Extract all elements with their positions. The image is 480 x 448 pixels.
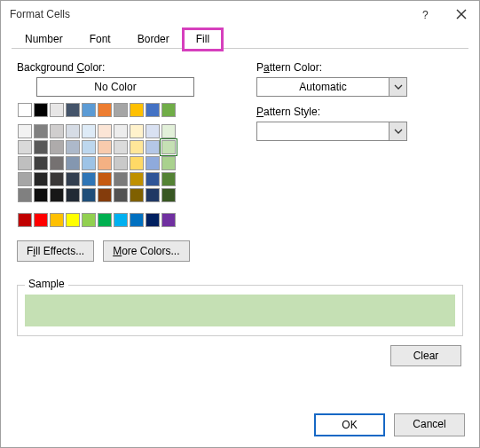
color-swatch[interactable] bbox=[34, 156, 48, 170]
color-swatch[interactable] bbox=[98, 124, 112, 138]
pattern-color-label: Pattern Color: bbox=[256, 61, 463, 74]
color-swatch[interactable] bbox=[34, 124, 48, 138]
color-swatch[interactable] bbox=[18, 172, 32, 186]
color-swatch[interactable] bbox=[18, 213, 32, 227]
color-swatch[interactable] bbox=[161, 213, 176, 227]
color-swatch[interactable] bbox=[66, 156, 80, 170]
tab-font[interactable]: Font bbox=[76, 28, 124, 49]
ok-button[interactable]: OK bbox=[314, 413, 385, 436]
no-color-button[interactable]: No Color bbox=[36, 77, 194, 97]
color-swatch[interactable] bbox=[130, 103, 144, 117]
color-swatch[interactable] bbox=[146, 124, 160, 138]
color-swatch[interactable] bbox=[161, 172, 176, 186]
color-swatch[interactable] bbox=[161, 156, 176, 170]
color-swatch[interactable] bbox=[66, 103, 80, 117]
color-swatch[interactable] bbox=[130, 213, 144, 227]
theme-color-row bbox=[17, 102, 177, 118]
color-swatch[interactable] bbox=[34, 188, 48, 202]
color-swatch[interactable] bbox=[161, 140, 176, 154]
color-swatch[interactable] bbox=[114, 172, 128, 186]
color-swatch[interactable] bbox=[114, 156, 128, 170]
svg-text:?: ? bbox=[422, 9, 429, 20]
chevron-down-icon bbox=[389, 122, 406, 140]
tab-number[interactable]: Number bbox=[12, 28, 76, 49]
color-swatch[interactable] bbox=[98, 156, 112, 170]
color-swatch[interactable] bbox=[130, 124, 144, 138]
color-swatch[interactable] bbox=[66, 213, 80, 227]
color-swatch[interactable] bbox=[66, 124, 80, 138]
color-swatch[interactable] bbox=[146, 140, 160, 154]
chevron-down-icon bbox=[389, 78, 406, 96]
color-swatch[interactable] bbox=[130, 172, 144, 186]
color-swatch[interactable] bbox=[98, 188, 112, 202]
background-color-label: Background Color: bbox=[17, 61, 221, 74]
color-swatch[interactable] bbox=[34, 103, 48, 117]
color-swatch[interactable] bbox=[98, 213, 112, 227]
color-swatch[interactable] bbox=[18, 124, 32, 138]
sample-swatch bbox=[25, 295, 455, 326]
color-swatch[interactable] bbox=[66, 188, 80, 202]
color-swatch[interactable] bbox=[18, 103, 32, 117]
color-swatch[interactable] bbox=[146, 156, 160, 170]
color-swatch[interactable] bbox=[50, 124, 64, 138]
dialog-title: Format Cells bbox=[10, 8, 408, 20]
pattern-style-dropdown[interactable] bbox=[256, 122, 407, 141]
color-swatch[interactable] bbox=[146, 103, 160, 117]
color-swatch[interactable] bbox=[98, 172, 112, 186]
color-swatch[interactable] bbox=[114, 124, 128, 138]
color-swatch[interactable] bbox=[161, 103, 176, 117]
color-swatch[interactable] bbox=[146, 172, 160, 186]
pattern-style-label: Pattern Style: bbox=[256, 106, 463, 118]
color-swatch[interactable] bbox=[98, 103, 112, 117]
dialog-footer: OK Cancel bbox=[314, 413, 465, 436]
pattern-color-dropdown[interactable]: Automatic bbox=[256, 77, 407, 97]
color-swatch[interactable] bbox=[50, 188, 64, 202]
color-swatch[interactable] bbox=[66, 140, 80, 154]
pattern-style-value bbox=[257, 122, 389, 140]
color-swatch[interactable] bbox=[50, 213, 64, 227]
color-swatch[interactable] bbox=[130, 156, 144, 170]
clear-button[interactable]: Clear bbox=[390, 345, 461, 366]
color-swatch[interactable] bbox=[34, 172, 48, 186]
color-swatch[interactable] bbox=[82, 103, 96, 117]
color-swatch[interactable] bbox=[18, 140, 32, 154]
color-swatch[interactable] bbox=[114, 140, 128, 154]
more-colors-button[interactable]: More Colors... bbox=[103, 240, 189, 262]
fill-effects-button[interactable]: Fill Effects... bbox=[17, 240, 94, 262]
color-swatch[interactable] bbox=[114, 103, 128, 117]
titlebar: Format Cells ? bbox=[1, 1, 479, 28]
pattern-color-value: Automatic bbox=[257, 78, 389, 96]
color-swatch[interactable] bbox=[50, 140, 64, 154]
color-swatch[interactable] bbox=[18, 188, 32, 202]
color-swatch[interactable] bbox=[161, 124, 176, 138]
color-swatch[interactable] bbox=[18, 156, 32, 170]
color-swatch[interactable] bbox=[82, 140, 96, 154]
dialog-body: Background Color: No Color Fill Effects.… bbox=[1, 49, 479, 375]
color-swatch[interactable] bbox=[82, 124, 96, 138]
color-swatch[interactable] bbox=[34, 140, 48, 154]
color-swatch[interactable] bbox=[82, 213, 96, 227]
close-icon[interactable] bbox=[444, 1, 479, 28]
color-swatch[interactable] bbox=[82, 172, 96, 186]
color-swatch[interactable] bbox=[50, 156, 64, 170]
color-swatch[interactable] bbox=[114, 188, 128, 202]
color-swatch[interactable] bbox=[161, 188, 176, 202]
color-swatch[interactable] bbox=[82, 156, 96, 170]
theme-color-grid bbox=[17, 123, 177, 203]
color-swatch[interactable] bbox=[130, 140, 144, 154]
color-swatch[interactable] bbox=[34, 213, 48, 227]
color-swatch[interactable] bbox=[114, 213, 128, 227]
color-swatch[interactable] bbox=[50, 172, 64, 186]
color-swatch[interactable] bbox=[50, 103, 64, 117]
color-swatch[interactable] bbox=[146, 213, 160, 227]
color-swatch[interactable] bbox=[66, 172, 80, 186]
tab-border[interactable]: Border bbox=[124, 28, 183, 49]
cancel-button[interactable]: Cancel bbox=[394, 413, 465, 436]
tab-fill[interactable]: Fill bbox=[183, 28, 223, 49]
color-swatch[interactable] bbox=[98, 140, 112, 154]
help-icon[interactable]: ? bbox=[408, 1, 444, 28]
color-swatch[interactable] bbox=[130, 188, 144, 202]
color-swatch[interactable] bbox=[82, 188, 96, 202]
color-swatch[interactable] bbox=[146, 188, 160, 202]
tab-strip: NumberFontBorderFill bbox=[12, 28, 468, 49]
